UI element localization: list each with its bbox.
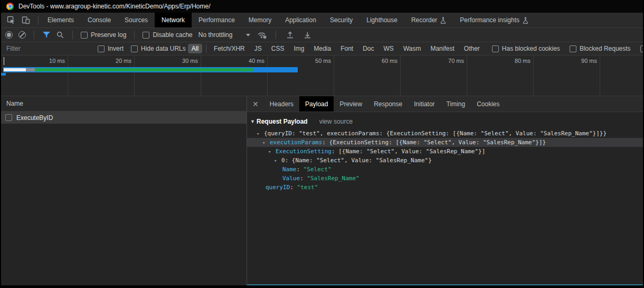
request-payload-section-header[interactable]: ▼ Request Payload view source — [247, 117, 644, 126]
detail-tab-timing[interactable]: Timing — [441, 96, 471, 112]
json-key: queryID — [266, 184, 290, 191]
tab-elements[interactable]: Elements — [41, 13, 81, 27]
chrome-logo-icon — [6, 3, 14, 10]
expand-triangle-icon[interactable]: ▾ — [268, 147, 276, 156]
type-filter-doc[interactable]: Doc — [359, 44, 377, 53]
type-filter-other[interactable]: Other — [460, 44, 484, 53]
close-detail-icon[interactable]: ✕ — [247, 96, 264, 112]
tab-label: Sources — [125, 16, 148, 24]
payload-tree-row-4[interactable]: Name: "Select" — [247, 165, 644, 174]
network-overview-timeline[interactable]: 10 ms20 ms30 ms40 ms50 ms60 ms70 ms80 ms… — [1, 55, 643, 96]
view-source-link[interactable]: view source — [319, 118, 353, 125]
timeline-zero-tick — [4, 57, 4, 65]
payload-tree: ▾{queryID: "test", executionParams: {Exe… — [247, 129, 644, 192]
throttling-select[interactable]: No throttling — [198, 31, 251, 39]
type-filter-js[interactable]: JS — [251, 44, 266, 53]
type-filter-all[interactable]: All — [188, 44, 202, 53]
has-blocked-cookies-checkbox[interactable]: Has blocked cookies — [492, 45, 560, 52]
checkbox-icon — [131, 45, 138, 52]
request-row-executebyid[interactable]: ExecuteByID — [1, 112, 247, 124]
network-conditions-icon[interactable] — [256, 29, 268, 41]
tab-label: Performance insights — [460, 16, 519, 24]
timeline-tick-label: 90 ms — [560, 58, 597, 64]
preserve-log-checkbox[interactable]: Preserve log — [81, 31, 126, 39]
timeline-tick-label: 40 ms — [228, 58, 264, 64]
expand-triangle-icon[interactable]: ▾ — [274, 156, 281, 165]
payload-tree-row-1[interactable]: ▾executionParams: {ExecutionSetting: [{N… — [247, 138, 644, 147]
json-string: "Select" — [304, 166, 332, 173]
divider — [134, 31, 135, 39]
type-filter-wasm[interactable]: Wasm — [400, 44, 425, 53]
detail-tab-headers[interactable]: Headers — [264, 96, 299, 112]
disable-cache-checkbox[interactable]: Disable cache — [143, 31, 192, 39]
record-network-log-icon[interactable] — [5, 31, 13, 39]
tab-console[interactable]: Console — [81, 13, 118, 27]
type-filter-manifest[interactable]: Manifest — [427, 44, 458, 53]
json-key: Value — [282, 175, 300, 182]
type-filter-img[interactable]: Img — [290, 44, 308, 53]
devtools-window: DevTools - www.aragroup-kinetic.com/Kine… — [0, 0, 644, 288]
json-plain: : {Name: "Select", Value: "SalesRep_Name… — [285, 157, 432, 164]
detail-tab-bar: ✕ HeadersPayloadPreviewResponseInitiator… — [247, 96, 644, 112]
type-filter-fetch-xhr[interactable]: Fetch/XHR — [210, 44, 249, 53]
filter-input[interactable] — [6, 45, 88, 52]
detail-tab-cookies[interactable]: Cookies — [471, 96, 505, 112]
name-column-header[interactable]: Name — [1, 96, 247, 112]
detail-tab-preview[interactable]: Preview — [334, 96, 368, 112]
tab-label: Performance — [198, 16, 235, 24]
waterfall-segment-stalled-gray — [26, 68, 35, 71]
json-plain: : [{Name: "Select", Value: "SalesRep_Nam… — [332, 148, 485, 155]
tab-label: Memory — [249, 16, 271, 24]
divider — [276, 31, 276, 39]
tab-performance-insights[interactable]: Performance insights — [453, 13, 535, 27]
hide-data-urls-checkbox[interactable]: Hide data URLs — [131, 45, 186, 52]
json-index: 0 — [281, 157, 285, 164]
detail-tab-initiator[interactable]: Initiator — [408, 96, 440, 112]
tab-memory[interactable]: Memory — [242, 13, 278, 27]
payload-tree-row-2[interactable]: ▾ExecutionSetting: [{Name: "Select", Val… — [247, 147, 644, 156]
divider — [72, 31, 73, 39]
tab-sources[interactable]: Sources — [118, 13, 155, 27]
tab-security[interactable]: Security — [323, 13, 359, 27]
waterfall-request-bar[interactable] — [3, 67, 298, 72]
timeline-tick-label: 20 ms — [94, 58, 131, 64]
filter-icon[interactable] — [42, 29, 50, 41]
divider — [206, 44, 206, 53]
tab-performance[interactable]: Performance — [192, 13, 242, 27]
tab-network[interactable]: Network — [155, 13, 192, 27]
search-icon[interactable] — [56, 29, 64, 41]
json-plain: : {ExecutionSetting: [{Name: "Select", V… — [322, 139, 546, 146]
payload-tree-row-5[interactable]: Value: "SalesRep_Name" — [247, 174, 644, 183]
detail-tab-response[interactable]: Response — [368, 96, 408, 112]
flask-experiment-icon — [523, 17, 528, 24]
type-filter-media[interactable]: Media — [310, 44, 335, 53]
json-key: Name — [282, 166, 297, 173]
invert-checkbox[interactable]: Invert — [98, 45, 124, 52]
checkbox-icon — [570, 45, 576, 52]
tab-lighthouse[interactable]: Lighthouse — [359, 13, 404, 27]
tab-label: Security — [330, 16, 353, 24]
import-har-icon[interactable] — [284, 29, 296, 41]
payload-tree-row-6[interactable]: queryID: "test" — [247, 183, 644, 192]
main-tabs: ElementsConsoleSourcesNetworkPerformance… — [41, 13, 535, 27]
timeline-gridline — [134, 55, 135, 96]
tab-recorder[interactable]: Recorder — [404, 13, 453, 27]
type-filter-css[interactable]: CSS — [268, 44, 288, 53]
payload-tree-row-3[interactable]: ▾0: {Name: "Select", Value: "SalesRep_Na… — [247, 156, 644, 165]
type-filter-ws[interactable]: WS — [380, 44, 397, 53]
detail-tab-payload[interactable]: Payload — [299, 96, 334, 112]
tab-label: Recorder — [411, 16, 437, 24]
export-har-icon[interactable] — [301, 29, 313, 41]
blocked-requests-checkbox[interactable]: Blocked Requests — [570, 45, 631, 52]
tab-application[interactable]: Application — [278, 13, 323, 27]
json-plain: : — [300, 175, 307, 182]
expand-triangle-icon[interactable]: ▾ — [257, 129, 264, 138]
expand-triangle-icon[interactable]: ▾ — [262, 138, 270, 147]
third-party-requests-checkbox[interactable]: 3rd-party requests — [640, 45, 644, 52]
inspect-element-icon[interactable] — [5, 14, 17, 26]
device-toolbar-icon[interactable] — [20, 14, 32, 26]
requests-table: Name ExecuteByID — [1, 96, 247, 285]
clear-network-log-icon[interactable] — [18, 31, 26, 39]
payload-tree-row-0[interactable]: ▾{queryID: "test", executionParams: {Exe… — [247, 129, 644, 138]
type-filter-font[interactable]: Font — [337, 44, 357, 53]
